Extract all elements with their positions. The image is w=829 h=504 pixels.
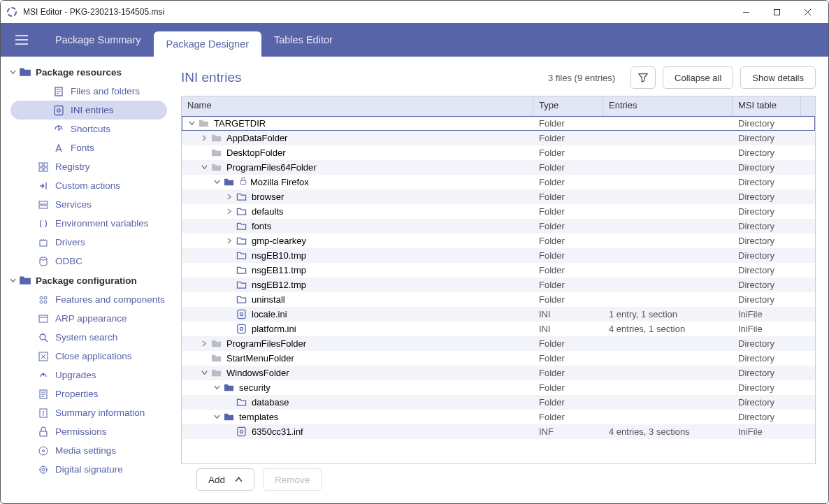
nav-registry[interactable]: Registry [10, 157, 167, 176]
nav-drivers[interactable]: Drivers [10, 233, 167, 252]
close-button[interactable] [792, 1, 823, 23]
nav-shortcuts[interactable]: Shortcuts [10, 120, 167, 138]
expand-icon[interactable] [212, 384, 221, 391]
cell-type: Folder [533, 368, 603, 378]
table-row[interactable]: defaultsFolderDirectory [182, 204, 815, 219]
nav-ini-entries[interactable]: INI entries [10, 101, 167, 120]
table-row[interactable]: StartMenuFolderFolderDirectory [182, 351, 815, 366]
expand-icon[interactable] [212, 414, 221, 420]
nav-upgrades[interactable]: Upgrades [10, 366, 167, 384]
group-package-resources[interactable]: Package resources [8, 62, 170, 82]
col-msi[interactable]: MSI table [733, 96, 801, 116]
cell-msi: Directory [733, 206, 815, 217]
nav-media[interactable]: Media settings [10, 441, 167, 460]
table-body: TARGETDIRFolderDirectoryAppDataFolderFol… [182, 116, 815, 463]
table-row[interactable]: uninstallFolderDirectory [182, 292, 815, 307]
col-type[interactable]: Type [533, 96, 603, 116]
window-title: MSI Editor - PKG-230213-154505.msi [23, 7, 730, 17]
row-name: platform.ini [252, 324, 296, 334]
cell-type: Folder [533, 162, 603, 173]
svg-point-26 [40, 466, 47, 473]
table-row[interactable]: 6350cc31.infINF4 entries, 3 sectionsIniF… [182, 424, 815, 439]
expand-icon[interactable] [187, 120, 196, 127]
group-package-configuration[interactable]: Package configuration [8, 271, 170, 290]
cell-entries: 4 entries, 1 section [603, 324, 733, 334]
nav-arp[interactable]: ARP appearance [10, 309, 167, 328]
nav-files-and-folders[interactable]: Files and folders [10, 82, 167, 101]
row-name: nsgEB10.tmp [252, 250, 306, 261]
expand-icon[interactable] [225, 238, 233, 244]
cell-type: Folder [533, 206, 603, 217]
svg-point-13 [40, 257, 47, 260]
table-row[interactable]: ProgramFiles64FolderFolderDirectory [182, 160, 815, 175]
page-title: INI entries [181, 70, 548, 85]
table-row[interactable]: platform.iniINI4 entries, 1 sectionIniFi… [182, 322, 815, 336]
nav-permissions[interactable]: Permissions [10, 422, 167, 441]
col-entries[interactable]: Entries [603, 96, 733, 116]
nav-signature[interactable]: Digital signature [10, 460, 167, 479]
svg-point-3 [8, 8, 16, 16]
table-row[interactable]: nsgEB11.tmpFolderDirectory [182, 263, 815, 278]
folder-outline-icon [236, 280, 247, 291]
table-row[interactable]: nsgEB10.tmpFolderDirectory [182, 248, 815, 263]
cell-msi: Directory [733, 412, 815, 422]
table-row[interactable]: AppDataFolderFolderDirectory [182, 131, 815, 145]
table-row[interactable]: gmp-clearkeyFolderDirectory [182, 233, 815, 248]
svg-point-14 [40, 296, 43, 299]
add-button[interactable]: Add [196, 468, 254, 491]
minimize-button[interactable] [730, 1, 761, 23]
table-row[interactable]: securityFolderDirectory [182, 380, 815, 395]
nav-summary-info[interactable]: Summary information [10, 403, 167, 422]
tab-package-designer[interactable]: Package Designer [154, 31, 262, 57]
maximize-button[interactable] [761, 1, 792, 23]
row-name: defaults [252, 206, 284, 217]
files-summary: 3 files (9 entries) [548, 73, 615, 83]
table-row[interactable]: fontsFolderDirectory [182, 219, 815, 233]
table-row[interactable]: Mozilla FirefoxFolderDirectory [182, 175, 815, 189]
expand-icon[interactable] [200, 164, 208, 171]
expand-icon[interactable] [200, 340, 208, 347]
nav-env-vars[interactable]: Environment variables [10, 214, 167, 233]
table-row[interactable]: nsgEB12.tmpFolderDirectory [182, 278, 815, 292]
properties-icon [38, 389, 49, 400]
svg-rect-7 [44, 163, 48, 166]
nav-close-apps[interactable]: Close applications [10, 347, 167, 366]
ini-file-icon [236, 324, 247, 335]
table-row[interactable]: ProgramFilesFolderFolderDirectory [182, 336, 815, 351]
app-icon [6, 6, 17, 17]
table-row[interactable]: locale.iniINI1 entry, 1 sectionIniFile [182, 307, 815, 322]
folder-outline-icon [236, 206, 247, 217]
cell-msi: Directory [733, 280, 815, 290]
table-row[interactable]: databaseFolderDirectory [182, 395, 815, 410]
remove-button[interactable]: Remove [263, 468, 322, 491]
cell-entries: 4 entries, 3 sections [603, 426, 733, 437]
table-row[interactable]: DesktopFolderFolderDirectory [182, 145, 815, 160]
table-row[interactable]: TARGETDIRFolderDirectory [182, 116, 815, 131]
expand-icon[interactable] [200, 370, 208, 376]
folder-gray-icon [199, 118, 210, 129]
nav-properties[interactable]: Properties [10, 384, 167, 403]
svg-rect-12 [40, 240, 47, 246]
col-name[interactable]: Name [182, 96, 533, 116]
nav-odbc[interactable]: ODBC [10, 252, 167, 271]
nav-custom-actions[interactable]: Custom actions [10, 176, 167, 195]
show-details-button[interactable]: Show details [740, 66, 816, 89]
expand-icon[interactable] [225, 194, 233, 200]
table-row[interactable]: browserFolderDirectory [182, 189, 815, 204]
expand-icon[interactable] [212, 179, 221, 185]
cell-type: Folder [533, 265, 603, 275]
expand-icon[interactable] [200, 135, 208, 141]
nav-features[interactable]: Features and components [10, 290, 167, 309]
nav-fonts[interactable]: Fonts [10, 138, 167, 157]
table-row[interactable]: WindowsFolderFolderDirectory [182, 366, 815, 380]
tab-package-summary[interactable]: Package Summary [43, 23, 154, 57]
nav-services[interactable]: Services [10, 195, 167, 214]
cell-msi: IniFile [733, 324, 815, 334]
expand-icon[interactable] [225, 208, 233, 215]
tab-tables-editor[interactable]: Tables Editor [261, 23, 345, 57]
filter-button[interactable] [630, 66, 656, 89]
collapse-all-button[interactable]: Collapse all [663, 66, 733, 89]
nav-system-search[interactable]: System search [10, 328, 167, 347]
table-row[interactable]: templatesFolderDirectory [182, 410, 815, 424]
menu-button[interactable] [8, 23, 36, 57]
